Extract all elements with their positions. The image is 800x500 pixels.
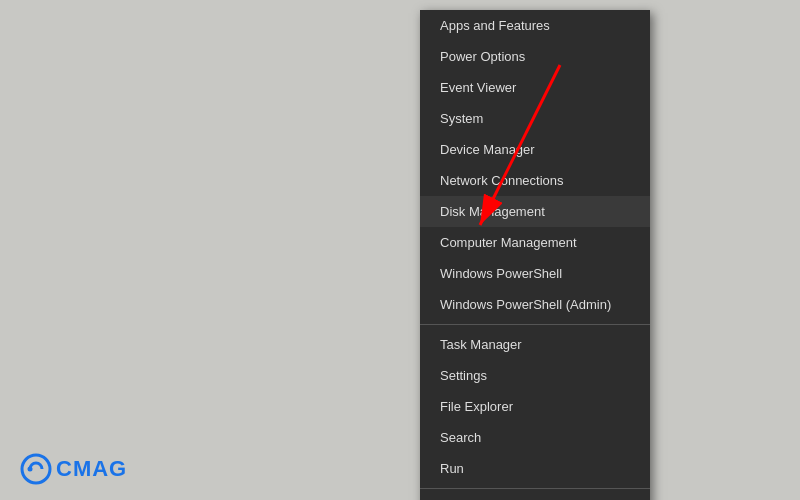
menu-item-device-manager[interactable]: Device Manager — [420, 134, 650, 165]
menu-item-label-search: Search — [440, 430, 481, 445]
menu-item-system[interactable]: System — [420, 103, 650, 134]
svg-point-3 — [28, 467, 33, 472]
menu-item-search[interactable]: Search — [420, 422, 650, 453]
menu-item-label-windows-powershell: Windows PowerShell — [440, 266, 562, 281]
brand-text: CMAG — [56, 456, 127, 482]
menu-item-label-file-explorer: File Explorer — [440, 399, 513, 414]
menu-divider-14 — [420, 488, 650, 489]
menu-divider-9 — [420, 324, 650, 325]
menu-item-label-disk-management: Disk Management — [440, 204, 545, 219]
menu-item-windows-powershell-admin[interactable]: Windows PowerShell (Admin) — [420, 289, 650, 320]
menu-item-file-explorer[interactable]: File Explorer — [420, 391, 650, 422]
menu-item-windows-powershell[interactable]: Windows PowerShell — [420, 258, 650, 289]
desktop: Apps and FeaturesPower OptionsEvent View… — [0, 0, 800, 500]
menu-item-label-event-viewer: Event Viewer — [440, 80, 516, 95]
menu-item-computer-management[interactable]: Computer Management — [420, 227, 650, 258]
menu-item-task-manager[interactable]: Task Manager — [420, 329, 650, 360]
menu-item-label-system: System — [440, 111, 483, 126]
menu-item-label-run: Run — [440, 461, 464, 476]
brand-letter: C — [56, 456, 73, 481]
menu-item-label-power-options: Power Options — [440, 49, 525, 64]
menu-item-run[interactable]: Run — [420, 453, 650, 484]
menu-item-network-connections[interactable]: Network Connections — [420, 165, 650, 196]
context-menu: Apps and FeaturesPower OptionsEvent View… — [420, 10, 650, 500]
menu-item-label-device-manager: Device Manager — [440, 142, 535, 157]
menu-item-label-windows-powershell-admin: Windows PowerShell (Admin) — [440, 297, 611, 312]
menu-item-apps-features[interactable]: Apps and Features — [420, 10, 650, 41]
menu-item-label-apps-features: Apps and Features — [440, 18, 550, 33]
menu-item-label-settings: Settings — [440, 368, 487, 383]
menu-item-disk-management[interactable]: Disk Management — [420, 196, 650, 227]
brand-name: MAG — [73, 456, 127, 481]
menu-item-power-options[interactable]: Power Options — [420, 41, 650, 72]
menu-item-label-task-manager: Task Manager — [440, 337, 522, 352]
menu-item-label-computer-management: Computer Management — [440, 235, 577, 250]
menu-item-settings[interactable]: Settings — [420, 360, 650, 391]
menu-item-label-network-connections: Network Connections — [440, 173, 564, 188]
svg-point-2 — [22, 455, 50, 483]
menu-item-event-viewer[interactable]: Event Viewer — [420, 72, 650, 103]
brand-icon — [20, 453, 52, 485]
brand-logo: CMAG — [20, 453, 127, 485]
menu-item-shutdown[interactable]: Shut down or sign out› — [420, 493, 650, 500]
